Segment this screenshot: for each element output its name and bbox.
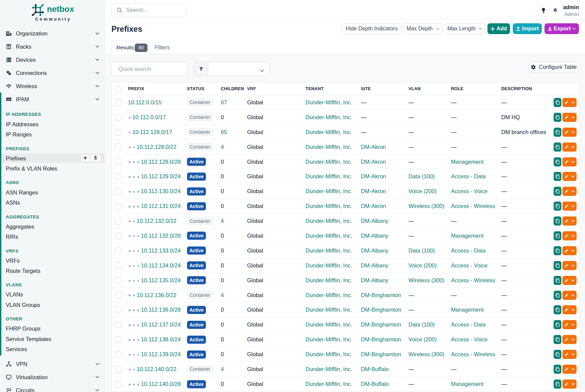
svg-text:0: 0 [9, 98, 10, 101]
